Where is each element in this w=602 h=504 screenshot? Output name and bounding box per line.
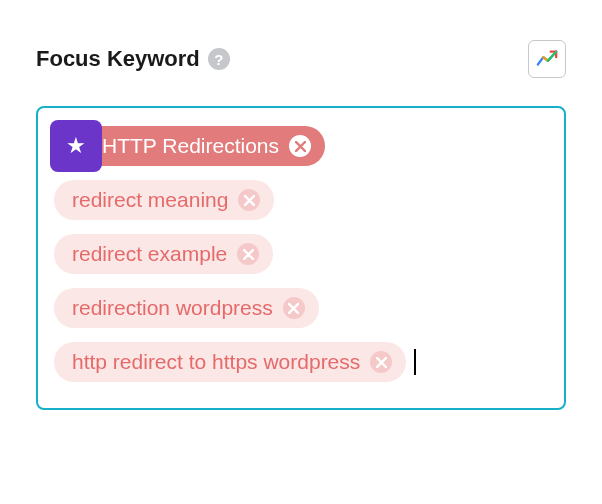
header-left: Focus Keyword ? — [36, 46, 230, 72]
focus-keyword-header: Focus Keyword ? — [36, 40, 566, 78]
keyword-tag[interactable]: redirection wordpress — [54, 288, 319, 328]
keyword-tag[interactable]: redirect example — [54, 234, 273, 274]
close-icon — [295, 141, 306, 152]
keyword-row: redirect meaning — [54, 180, 548, 220]
text-cursor — [414, 349, 416, 375]
remove-keyword-button[interactable] — [238, 189, 260, 211]
help-icon[interactable]: ? — [208, 48, 230, 70]
remove-keyword-button[interactable] — [283, 297, 305, 319]
close-icon — [288, 303, 299, 314]
keyword-tag[interactable]: http redirect to https wordpress — [54, 342, 406, 382]
keyword-row: redirection wordpress — [54, 288, 548, 328]
keyword-label: redirection wordpress — [72, 296, 273, 320]
keyword-label: redirect meaning — [72, 188, 228, 212]
primary-star-highlight[interactable]: ★ — [50, 120, 102, 172]
remove-keyword-button[interactable] — [370, 351, 392, 373]
trends-button[interactable] — [528, 40, 566, 78]
keyword-input-box[interactable]: ★ HTTP Redirections redirect meaning red… — [36, 106, 566, 410]
primary-keyword-wrap: ★ HTTP Redirections — [54, 126, 548, 166]
close-icon — [243, 249, 254, 260]
remove-keyword-button[interactable] — [289, 135, 311, 157]
keyword-label: HTTP Redirections — [102, 134, 279, 158]
close-icon — [376, 357, 387, 368]
keyword-row: redirect example — [54, 234, 548, 274]
trends-icon — [536, 48, 558, 70]
close-icon — [244, 195, 255, 206]
remove-keyword-button[interactable] — [237, 243, 259, 265]
star-icon: ★ — [66, 133, 86, 159]
page-title: Focus Keyword — [36, 46, 200, 72]
keyword-label: redirect example — [72, 242, 227, 266]
keyword-label: http redirect to https wordpress — [72, 350, 360, 374]
keyword-tag[interactable]: redirect meaning — [54, 180, 274, 220]
keyword-row: http redirect to https wordpress — [54, 342, 548, 382]
